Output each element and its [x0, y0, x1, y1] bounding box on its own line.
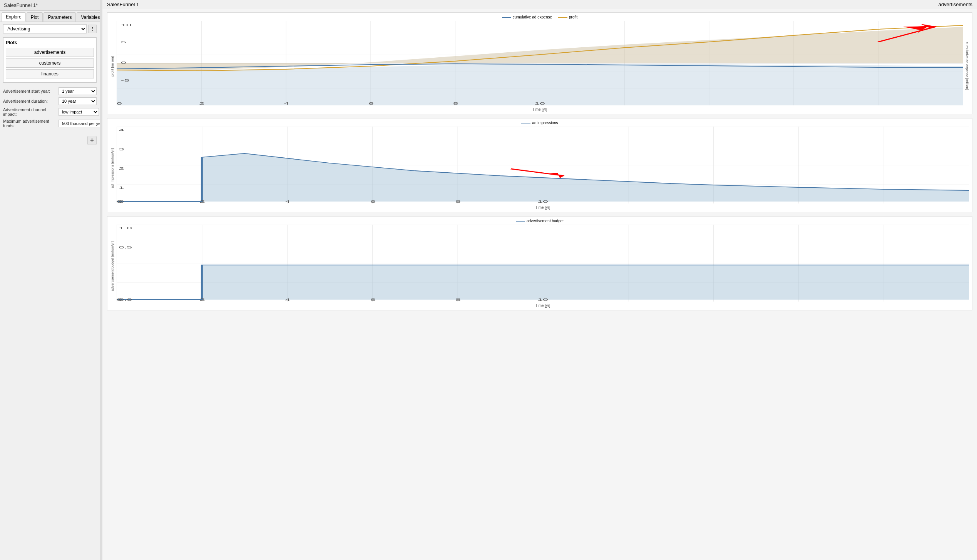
svg-text:2: 2 — [119, 167, 124, 170]
add-section: + — [0, 133, 100, 147]
legend-cumulative-label: cumulative ad expense — [513, 15, 552, 19]
param-select-duration[interactable]: 5 year10 year15 year — [59, 97, 97, 105]
svg-text:6: 6 — [368, 102, 374, 105]
params-section: Advertisement start year: 1 year2 year3 … — [0, 84, 100, 133]
tab-plot[interactable]: Plot — [27, 12, 43, 22]
dropdown-row: Advertising ⋮ — [0, 22, 100, 36]
legend-impressions-label: ad impressions — [532, 121, 558, 125]
legend-impressions: ad impressions — [521, 121, 558, 125]
svg-text:10: 10 — [537, 298, 548, 302]
svg-text:5: 5 — [121, 40, 126, 44]
svg-text:8: 8 — [455, 298, 461, 302]
svg-text:6: 6 — [370, 200, 376, 203]
param-row-duration: Advertisement duration: 5 year10 year15 … — [3, 97, 97, 105]
chart-budget: advertisement budget advertisement budge… — [107, 216, 972, 310]
tab-explore[interactable]: Explore — [2, 12, 26, 22]
chart-advertisements: cumulative ad expense profit profit [mil… — [107, 12, 972, 114]
charts-container: cumulative ad expense profit profit [mil… — [102, 9, 977, 560]
param-select-funds[interactable]: 250 thousand per year500 thousand per ye… — [59, 120, 100, 127]
param-row-impact: Advertisement channel impact: low impact… — [3, 107, 97, 117]
chart3-x-label: Time [yr] — [117, 303, 969, 308]
svg-text:10: 10 — [537, 200, 548, 203]
svg-text:0: 0 — [117, 102, 122, 105]
tabs-row: Explore Plot Parameters Variables Settin… — [0, 11, 100, 22]
chart3-legend: advertisement budget — [110, 219, 969, 223]
svg-text:3: 3 — [119, 147, 124, 151]
param-label-impact: Advertisement channel impact: — [3, 107, 57, 117]
param-label-funds: Maximum advertisement funds: — [3, 119, 57, 128]
svg-text:2: 2 — [199, 102, 204, 105]
svg-text:0: 0 — [117, 200, 122, 203]
svg-text:-5: -5 — [121, 78, 129, 82]
chart2-svg-area: 4 3 2 1 0 0 2 4 6 8 10 — [117, 127, 969, 210]
svg-text:4: 4 — [285, 298, 290, 302]
right-subtitle: advertisements — [939, 2, 972, 7]
left-title: SalesFunnel 1* — [0, 0, 100, 11]
svg-text:4: 4 — [284, 102, 289, 105]
legend-budget-label: advertisement budget — [527, 219, 564, 223]
chart1-x-label: Time [yr] — [117, 107, 963, 112]
chart1-svg-area: 10 5 0 -5 0 2 4 6 8 10 — [117, 21, 963, 112]
param-label-start-year: Advertisement start year: — [3, 89, 57, 93]
chart2-area: ad impressions [million/yr] — [110, 127, 969, 210]
plots-section: Plots advertisements customers finances — [3, 37, 97, 83]
chart2-y-label: ad impressions [million/yr] — [110, 127, 117, 210]
svg-text:0: 0 — [121, 61, 126, 65]
svg-text:2: 2 — [200, 298, 205, 302]
chart2-svg: 4 3 2 1 0 0 2 4 6 8 10 — [117, 127, 969, 203]
chart3-svg: 1.0 0.5 0.0 0 2 4 6 8 10 — [117, 225, 969, 302]
legend-cumulative-line — [502, 17, 511, 18]
chart1-y-left-label: profit [million] — [110, 21, 117, 112]
chart2-x-label: Time [yr] — [117, 205, 969, 210]
param-select-impact[interactable]: low impactmedium impacthigh impact — [59, 108, 99, 116]
tab-variables[interactable]: Variables — [77, 12, 100, 22]
legend-budget-line — [516, 221, 525, 222]
add-button[interactable]: + — [87, 136, 97, 145]
legend-profit: profit — [558, 15, 577, 19]
param-row-funds: Maximum advertisement funds: 250 thousan… — [3, 119, 97, 128]
chart3-y-label: advertisement budget [million/yr] — [110, 225, 117, 308]
plots-label: Plots — [6, 40, 94, 45]
param-select-start-year[interactable]: 1 year2 year3 year — [59, 87, 97, 95]
advertising-select[interactable]: Advertising — [3, 24, 87, 33]
svg-text:0: 0 — [117, 298, 122, 302]
param-row-start-year: Advertisement start year: 1 year2 year3 … — [3, 87, 97, 95]
svg-text:1.0: 1.0 — [119, 226, 132, 230]
svg-text:10: 10 — [534, 102, 545, 105]
svg-text:0.5: 0.5 — [119, 245, 132, 249]
legend-profit-line — [558, 17, 567, 18]
chart1-legend: cumulative ad expense profit — [110, 15, 969, 19]
svg-marker-36 — [202, 265, 969, 300]
legend-cumulative: cumulative ad expense — [502, 15, 552, 19]
chart1-area: profit [million] — [110, 21, 969, 112]
svg-text:1: 1 — [119, 186, 124, 190]
legend-impressions-line — [521, 123, 530, 123]
left-panel: SalesFunnel 1* Explore Plot Parameters V… — [0, 0, 100, 560]
plot-advertisements-button[interactable]: advertisements — [6, 48, 94, 57]
svg-text:8: 8 — [453, 102, 458, 105]
tab-parameters[interactable]: Parameters — [43, 12, 76, 22]
chart1-y-right-label: cumulative ad expense [million] — [963, 21, 969, 112]
svg-text:8: 8 — [455, 200, 461, 203]
chart3-svg-area: 1.0 0.5 0.0 0 2 4 6 8 10 Time [yr] — [117, 225, 969, 308]
right-header: SalesFunnel 1 advertisements — [102, 0, 977, 9]
legend-budget: advertisement budget — [516, 219, 564, 223]
svg-text:4: 4 — [285, 200, 290, 203]
param-label-duration: Advertisement duration: — [3, 99, 57, 103]
plot-finances-button[interactable]: finances — [6, 69, 94, 78]
svg-text:4: 4 — [119, 128, 124, 132]
svg-text:2: 2 — [200, 200, 205, 203]
right-title: SalesFunnel 1 — [107, 2, 139, 7]
plot-customers-button[interactable]: customers — [6, 58, 94, 68]
chart2-legend: ad impressions — [110, 121, 969, 125]
right-panel: SalesFunnel 1 advertisements cumulative … — [102, 0, 977, 560]
svg-text:6: 6 — [370, 298, 376, 302]
chart1-svg: 10 5 0 -5 0 2 4 6 8 10 — [117, 21, 963, 105]
more-options-button[interactable]: ⋮ — [88, 25, 97, 33]
chart3-area: advertisement budget [million/yr] — [110, 225, 969, 308]
svg-text:10: 10 — [121, 23, 131, 27]
chart-impressions: ad impressions ad impressions [million/y… — [107, 118, 972, 212]
legend-profit-label: profit — [569, 15, 577, 19]
